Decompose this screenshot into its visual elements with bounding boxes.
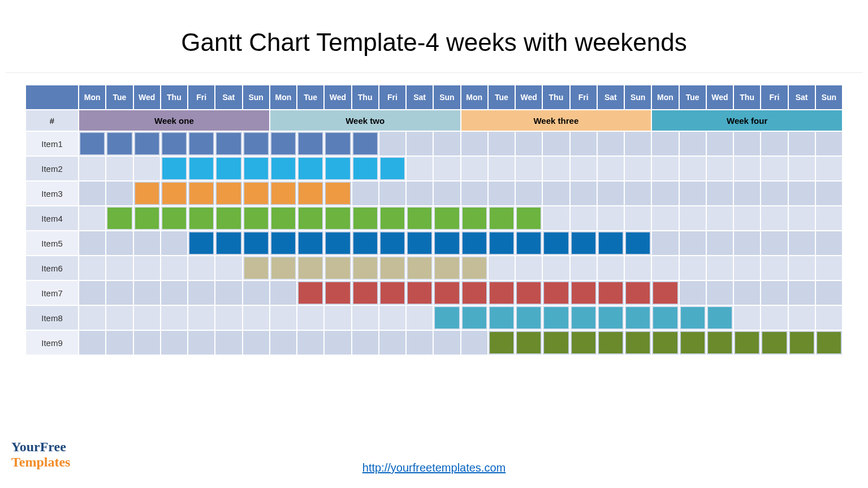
gantt-cell	[188, 206, 214, 230]
gantt-cell	[489, 306, 515, 330]
gantt-cell	[325, 231, 351, 255]
gantt-cell	[598, 281, 624, 305]
gantt-cell	[188, 182, 214, 205]
gantt-cell	[707, 306, 733, 330]
gantt-bar-segment	[653, 332, 677, 353]
gantt-bar-segment	[244, 158, 268, 179]
gantt-bar-segment	[299, 133, 322, 154]
gantt-cell	[816, 256, 842, 280]
day-header: Sat	[789, 85, 815, 109]
gantt-bar-segment	[599, 232, 623, 254]
gantt-cell	[325, 157, 351, 180]
gantt-bar-segment	[135, 208, 159, 229]
gantt-bar-segment	[544, 232, 568, 254]
gantt-bar-segment	[162, 208, 186, 229]
gantt-bar-segment	[271, 133, 295, 154]
gantt-cell	[816, 331, 842, 355]
gantt-cell	[407, 157, 433, 180]
footer-link[interactable]: http://yourfreetemplates.com	[362, 461, 506, 474]
gantt-bar-segment	[490, 307, 513, 329]
gantt-cell	[816, 157, 842, 180]
gantt-bar-segment	[271, 158, 295, 179]
gantt-bar-segment	[135, 133, 159, 154]
gantt-cell	[188, 231, 214, 255]
gantt-cell	[161, 206, 187, 230]
gantt-cell	[543, 281, 569, 305]
day-header: Thu	[543, 85, 569, 109]
gantt-cell	[106, 331, 132, 355]
gantt-cell	[461, 182, 487, 205]
item-label: Item8	[26, 306, 78, 330]
gantt-cell	[106, 256, 132, 280]
day-header: Wed	[134, 85, 160, 109]
gantt-cell	[325, 182, 351, 205]
gantt-cell	[434, 306, 460, 330]
gantt-row: Item6	[26, 256, 842, 280]
gantt-cell	[761, 182, 787, 205]
gantt-cell	[707, 281, 733, 305]
item-label: Item6	[26, 256, 78, 280]
gantt-cell	[816, 306, 842, 330]
gantt-cell	[379, 206, 405, 230]
gantt-cell	[707, 331, 733, 355]
gantt-bar-segment	[381, 282, 404, 304]
gantt-cell	[707, 206, 733, 230]
gantt-cell	[106, 206, 132, 230]
gantt-cell	[489, 281, 515, 305]
gantt-cell	[789, 306, 815, 330]
gantt-cell	[215, 132, 241, 156]
gantt-bar-segment	[817, 332, 841, 353]
day-header: Thu	[352, 85, 378, 109]
gantt-cell	[680, 231, 706, 255]
gantt-cell	[734, 231, 760, 255]
gantt-cell	[352, 206, 378, 230]
gantt-cell	[352, 331, 378, 355]
gantt-cell	[243, 331, 269, 355]
gantt-cell	[106, 281, 132, 305]
gantt-cell	[407, 231, 433, 255]
gantt-cell	[734, 206, 760, 230]
item-label: Item3	[26, 182, 78, 205]
gantt-cell	[680, 157, 706, 180]
gantt-cell	[543, 182, 569, 205]
gantt-bar-segment	[408, 208, 431, 229]
gantt-row: Item7	[26, 281, 842, 305]
gantt-cell	[461, 231, 487, 255]
gantt-bar-segment	[463, 208, 486, 229]
gantt-cell	[407, 182, 433, 205]
gantt-cell	[161, 331, 187, 355]
day-header: Sun	[434, 85, 460, 109]
gantt-cell	[598, 256, 624, 280]
gantt-bar-segment	[435, 208, 459, 229]
gantt-bar-segment	[271, 257, 295, 279]
gantt-bar-segment	[572, 282, 595, 304]
gantt-cell	[734, 281, 760, 305]
gantt-cell	[243, 231, 269, 255]
gantt-cell	[761, 132, 787, 156]
gantt-bar-segment	[162, 158, 186, 179]
gantt-cell	[379, 132, 405, 156]
gantt-bar-segment	[299, 282, 322, 304]
gantt-bar-segment	[299, 158, 322, 179]
gantt-cell	[134, 331, 160, 355]
gantt-cell	[598, 157, 624, 180]
gantt-cell	[106, 231, 132, 255]
gantt-cell	[543, 132, 569, 156]
gantt-cell	[297, 157, 323, 180]
gantt-cell	[543, 256, 569, 280]
gantt-bar-segment	[544, 332, 568, 353]
gantt-bar-segment	[490, 208, 513, 229]
gantt-bar-segment	[217, 133, 240, 154]
logo-word-your: Your	[11, 439, 40, 454]
gantt-bar-segment	[326, 232, 349, 254]
gantt-cell	[379, 306, 405, 330]
week-header: Week four	[652, 110, 842, 131]
gantt-cell	[379, 256, 405, 280]
gantt-cell	[625, 306, 651, 330]
gantt-bar-segment	[353, 232, 377, 254]
gantt-cell	[571, 231, 597, 255]
gantt-cell	[188, 157, 214, 180]
gantt-cell	[379, 331, 405, 355]
gantt-bar-segment	[408, 232, 431, 254]
gantt-bar-segment	[326, 133, 349, 154]
